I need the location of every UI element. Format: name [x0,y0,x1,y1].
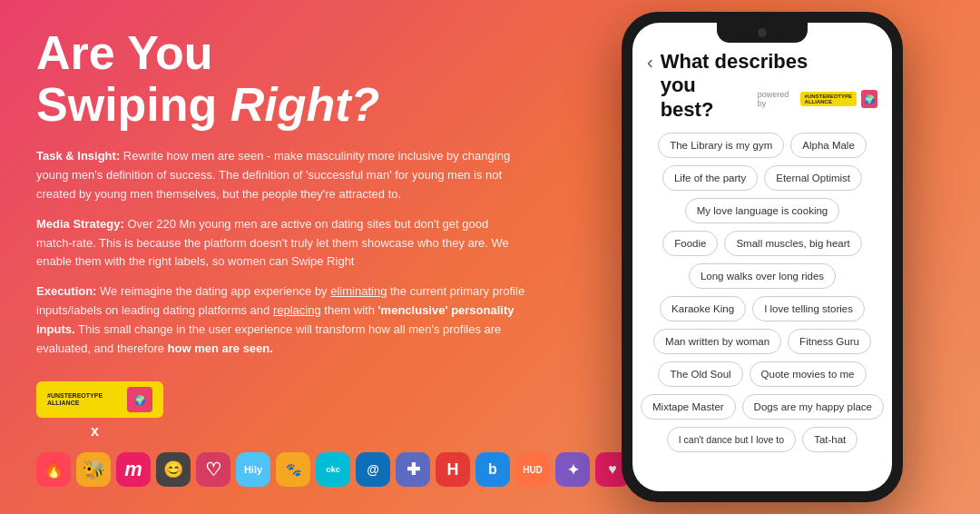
app-icon-tagged: ✚ [396,452,430,487]
phone-title-block: What describes you best? powered by #UNS… [661,50,877,122]
tag-mixtape-master[interactable]: Mixtape Master [641,394,736,420]
app-icon-tinder: 🔥 [36,452,71,487]
tag-library-gym[interactable]: The Library is my gym [658,133,784,158]
app-icon-okc: @ [356,452,390,487]
tag-life-party[interactable]: Life of the party [662,165,758,191]
app-icon-hinge: ♡ [196,452,230,487]
tag-quote-movies[interactable]: Quote movies to me [750,361,867,387]
right-panel: ‹ What describes you best? powered by #U… [563,0,980,514]
tags-container[interactable]: The Library is my gym Alpha Male Life of… [632,129,892,491]
main-headline: Are You Swiping Right? [36,27,526,131]
headline-line1: Are You [36,26,213,79]
media-label: Media Strategy: [36,217,124,231]
title-row2: you best? powered by #UNSTEREOTYPE ALLIA… [661,74,877,122]
app-icon-grindr: 🐾 [276,452,310,487]
tag-small-muscles[interactable]: Small muscles, big heart [724,231,861,256]
badge-globe-icon: 🌍 [861,90,877,108]
tag-old-soul[interactable]: The Old Soul [658,361,742,387]
unstereotype-badge: #UNSTEREOTYPE ALLIANCE 🌍 [36,381,163,418]
tags-row-5: Long walks over long rides [643,263,881,289]
phone-device: ‹ What describes you best? powered by #U… [622,12,903,502]
app-icon-bumble: 🐝 [76,452,111,487]
tags-row-3: My love language is cooking [643,198,881,223]
app-icon-hud: HUD [515,452,550,487]
app-icon-hily: Hily [236,452,270,487]
tag-long-walks[interactable]: Long walks over long rides [689,263,836,289]
powered-badge: #UNSTEREOTYPE ALLIANCE [800,92,857,106]
app-icon-badoo: b [475,452,510,487]
tag-eternal-optimist[interactable]: Eternal Optimist [764,165,862,191]
phone-screen: ‹ What describes you best? powered by #U… [632,23,892,491]
headline-line2: Swiping [36,78,230,131]
headline-italic: Right? [230,78,380,131]
tag-love-language-cooking[interactable]: My love language is cooking [685,198,839,223]
powered-by-text: powered by [758,90,796,108]
tags-row-8: The Old Soul Quote movies to me [643,361,881,387]
execution-label: Execution: [36,284,96,298]
app-icons-row: 🔥 🐝 m 😊 ♡ Hily 🐾 okc @ ✚ H b HUD ✦ ♥ [36,452,526,487]
task-paragraph: Task & Insight: Rewrite how men are seen… [36,147,526,203]
badge-text-line1: #UNSTEREOTYPE [47,392,122,400]
title-text-2: you best? [661,74,750,122]
phone-title-line1: What describes [661,50,877,74]
tag-man-written-woman[interactable]: Man written by woman [653,329,781,354]
tag-cant-dance[interactable]: I can't dance but I love to [667,427,796,452]
tag-telling-stories[interactable]: I love telling stories [752,296,865,321]
tag-dogs-happy-place[interactable]: Dogs are my happy place [742,394,884,420]
back-button[interactable]: ‹ [647,52,653,73]
execution-paragraph: Execution: We reimagine the dating app e… [36,282,526,358]
powered-by-section: powered by #UNSTEREOTYPE ALLIANCE 🌍 [758,90,877,108]
app-icon-pof: okc [316,452,350,487]
tag-foodie[interactable]: Foodie [662,231,718,256]
tags-row-10: I can't dance but I love to Tat-hat [643,427,881,452]
tags-row-9: Mixtape Master Dogs are my happy place [643,394,881,420]
app-icon-happn: 😊 [156,452,191,487]
tags-row-1: The Library is my gym Alpha Male [643,133,881,158]
tag-tat-hat[interactable]: Tat-hat [802,427,858,452]
tags-row-4: Foodie Small muscles, big heart [643,231,881,256]
badge-icon: 🌍 [127,387,152,412]
tags-row-6: Karaoke King I love telling stories [643,296,881,321]
logo-section: #UNSTEREOTYPE ALLIANCE 🌍 x [36,381,526,445]
phone-camera [758,28,767,37]
tag-fitness-guru[interactable]: Fitness Guru [788,329,871,354]
tag-karaoke-king[interactable]: Karaoke King [660,296,746,321]
title-text-1: What describes [661,50,808,73]
tag-alpha-male[interactable]: Alpha Male [790,133,867,158]
app-icon-meetic: m [116,452,151,487]
left-panel: Are You Swiping Right? Task & Insight: R… [0,0,563,514]
media-paragraph: Media Strategy: Over 220 Mn young men ar… [36,215,526,272]
tags-row-7: Man written by woman Fitness Guru [643,329,881,354]
x-separator: x [91,423,99,440]
badge-text-line2: ALLIANCE [47,400,122,407]
app-icon-hitch: H [436,452,470,487]
tags-row-2: Life of the party Eternal Optimist [643,165,881,191]
task-label: Task & Insight: [36,149,120,163]
badge-l2: ALLIANCE [805,99,852,104]
